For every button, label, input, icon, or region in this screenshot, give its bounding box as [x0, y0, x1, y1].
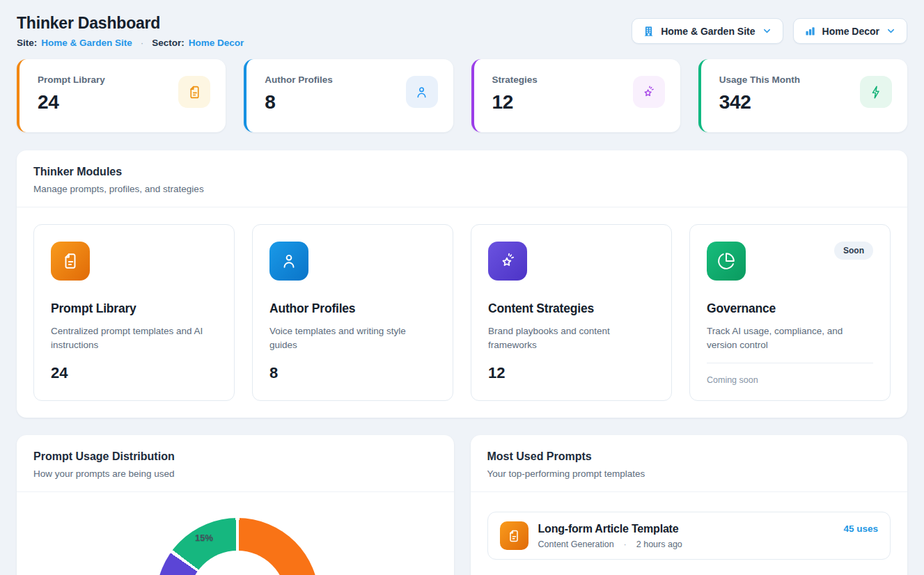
coming-soon-text: Coming soon: [707, 375, 873, 385]
dot-separator: ·: [141, 38, 144, 48]
site-label: Site:: [17, 38, 37, 48]
module-count: 24: [51, 364, 217, 382]
prompt-category: Content Generation: [538, 539, 614, 549]
stat-card-strategies: Strategies 12: [471, 59, 680, 132]
divider: [707, 363, 873, 363]
dot-separator: ·: [624, 539, 627, 549]
stat-value: 12: [492, 91, 538, 113]
sector-selector-dropdown[interactable]: Home Decor: [793, 18, 907, 44]
header-controls: Home & Garden Site Home Decor: [632, 18, 907, 44]
stat-value: 8: [265, 91, 333, 113]
document-icon: [500, 521, 528, 550]
stat-value: 24: [38, 91, 105, 113]
prompt-time: 2 hours ago: [636, 539, 682, 549]
stat-label: Author Profiles: [265, 74, 333, 85]
module-title: Content Strategies: [488, 301, 655, 316]
donut-data-label: 15%: [195, 533, 213, 543]
prompt-uses-count: 45 uses: [843, 523, 878, 534]
user-icon: [406, 76, 438, 108]
stat-label: Prompt Library: [38, 74, 105, 85]
prompt-title: Long-form Article Template: [538, 523, 834, 535]
stat-value: 342: [719, 91, 800, 113]
site-selector-dropdown[interactable]: Home & Garden Site: [632, 18, 783, 44]
page-title: Thinker Dashboard: [17, 14, 244, 33]
module-description: Track AI usage, compliance, and version …: [707, 324, 873, 353]
stats-row: Prompt Library 24 Author Profiles 8: [17, 59, 907, 132]
module-title: Governance: [707, 301, 873, 316]
module-description: Centralized prompt templates and AI inst…: [51, 324, 217, 353]
chart-area: 15%: [17, 492, 454, 575]
stat-label: Usage This Month: [719, 74, 800, 85]
sparkle-star-icon: [488, 242, 527, 281]
usage-panel-subtitle: How your prompts are being used: [33, 468, 437, 479]
bar-chart-icon: [804, 25, 816, 37]
document-icon: [178, 76, 210, 108]
module-card-prompt-library[interactable]: Prompt Library Centralized prompt templa…: [33, 224, 235, 401]
bottom-row: Prompt Usage Distribution How your promp…: [17, 435, 907, 575]
module-card-author-profiles[interactable]: Author Profiles Voice templates and writ…: [252, 224, 453, 401]
prompt-list-item[interactable]: Long-form Article Template Content Gener…: [487, 512, 891, 560]
document-icon: [51, 242, 90, 281]
usage-panel-title: Prompt Usage Distribution: [33, 450, 437, 463]
site-selector-label: Home & Garden Site: [661, 26, 755, 37]
sector-link[interactable]: Home Decor: [189, 38, 244, 48]
module-title: Author Profiles: [269, 301, 436, 316]
module-card-content-strategies[interactable]: Content Strategies Brand playbooks and c…: [471, 224, 672, 401]
modules-panel-title: Thinker Modules: [33, 166, 891, 178]
module-title: Prompt Library: [51, 301, 217, 316]
thinker-dashboard-page: Thinker Dashboard Site: Home & Garden Si…: [0, 0, 924, 575]
chevron-down-icon: [886, 26, 896, 36]
site-link[interactable]: Home & Garden Site: [41, 38, 132, 48]
module-description: Brand playbooks and content frameworks: [488, 324, 655, 353]
most-used-prompts-panel: Most Used Prompts Your top-performing pr…: [471, 435, 908, 575]
stat-card-usage: Usage This Month 342: [698, 59, 907, 132]
top-bar: Thinker Dashboard Site: Home & Garden Si…: [17, 14, 907, 48]
module-count: 12: [488, 364, 655, 382]
prompts-panel-title: Most Used Prompts: [487, 450, 891, 463]
module-description: Voice templates and writing style guides: [269, 324, 436, 353]
donut-chart: 15%: [156, 518, 319, 575]
sector-label: Sector:: [152, 38, 185, 48]
prompts-panel-subtitle: Your top-performing prompt templates: [487, 468, 891, 479]
module-count: 8: [269, 364, 436, 382]
module-card-governance: Soon Governance Track AI usage, complian…: [689, 224, 891, 401]
soon-badge: Soon: [834, 242, 873, 260]
building-icon: [643, 25, 655, 37]
sector-selector-label: Home Decor: [822, 26, 879, 37]
header-left: Thinker Dashboard Site: Home & Garden Si…: [17, 14, 244, 48]
chevron-down-icon: [762, 26, 772, 36]
pie-chart-icon: [707, 242, 746, 281]
stat-card-prompt-library: Prompt Library 24: [17, 59, 226, 132]
thinker-modules-panel: Thinker Modules Manage prompts, profiles…: [17, 150, 907, 418]
sparkle-star-icon: [633, 76, 665, 108]
lightning-icon: [860, 76, 892, 108]
stat-label: Strategies: [492, 74, 538, 85]
stat-card-author-profiles: Author Profiles 8: [244, 59, 453, 132]
modules-panel-subtitle: Manage prompts, profiles, and strategies: [33, 184, 891, 194]
donut-hole: [189, 551, 286, 575]
prompt-usage-panel: Prompt Usage Distribution How your promp…: [17, 435, 454, 575]
site-sector-breadcrumb: Site: Home & Garden Site · Sector: Home …: [17, 38, 244, 48]
modules-grid: Prompt Library Centralized prompt templa…: [33, 224, 891, 401]
user-icon: [269, 242, 308, 281]
